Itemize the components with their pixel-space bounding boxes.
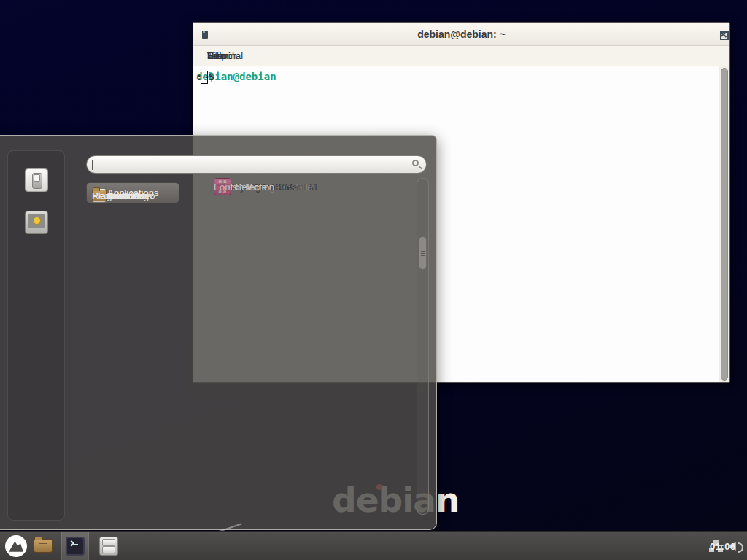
favorite-screensaver[interactable] xyxy=(25,211,48,234)
text-caret xyxy=(92,160,93,170)
app-list-scrollbar[interactable] xyxy=(417,178,429,515)
taskbar-launcher-folder[interactable] xyxy=(31,532,55,560)
terminal-window-title: debian@debian: ~ xyxy=(193,23,729,46)
favorites-panel xyxy=(7,150,65,521)
terminal-scrollbar[interactable] xyxy=(719,66,729,382)
taskbar-launchers xyxy=(0,532,292,560)
desktop: debian debian@debian: ~ FileEditViewSear… xyxy=(0,0,747,560)
app-list-scrollbar-thumb[interactable] xyxy=(419,236,427,270)
terminal-icon xyxy=(66,537,85,556)
clock[interactable]: 01:06 xyxy=(710,541,736,552)
app-gdebi-package-installer[interactable]: GDebi Package Installer xyxy=(208,174,316,200)
file-cabinet-icon xyxy=(99,537,118,556)
menu-logo-icon xyxy=(5,535,27,557)
terminal-menubar: FileEditViewSearchTerminalHelp xyxy=(193,46,729,66)
shutdown-icon xyxy=(25,168,48,192)
taskbar-launcher-file-cabinet[interactable] xyxy=(96,532,121,560)
app-label: GDebi Package Installer xyxy=(214,182,316,192)
favorite-shutdown[interactable] xyxy=(25,168,48,192)
terminal-menu-item-help[interactable]: Help xyxy=(200,46,234,66)
screensaver-icon xyxy=(25,211,48,234)
search-input[interactable] xyxy=(86,155,427,174)
terminal-titlebar[interactable]: debian@debian: ~ xyxy=(193,23,729,46)
close-button[interactable] xyxy=(719,31,727,39)
system-tray: 01:06 xyxy=(710,532,743,560)
taskbar-launcher-menu-logo[interactable] xyxy=(3,532,29,560)
folder-icon xyxy=(34,539,53,553)
application-menu: All ApplicationsAccessoriesGamesGraphics… xyxy=(0,135,437,530)
terminal-cursor xyxy=(201,71,208,84)
category-recent-files[interactable]: Recent Files xyxy=(86,182,144,209)
taskbar-launcher-terminal[interactable] xyxy=(61,532,89,560)
terminal-scrollbar-thumb[interactable] xyxy=(721,68,728,381)
category-label: Recent Files xyxy=(92,190,144,201)
taskbar: 01:06 xyxy=(0,531,747,560)
search-icon xyxy=(412,160,419,166)
